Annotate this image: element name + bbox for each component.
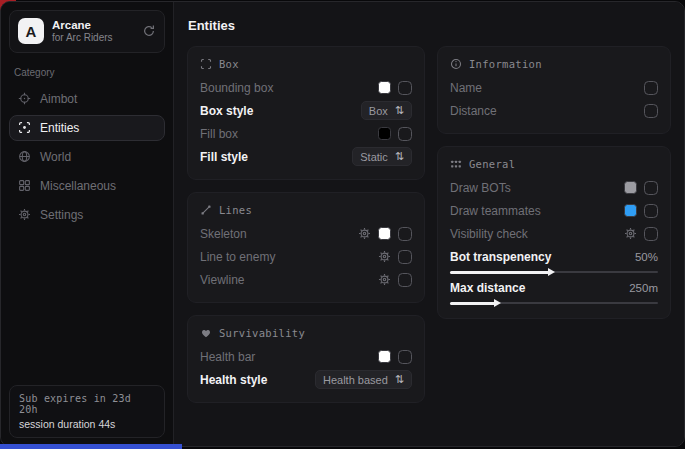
- panel-title: Box: [219, 58, 239, 70]
- skeleton-checkbox[interactable]: [398, 227, 412, 241]
- gear-icon: [18, 208, 31, 221]
- row-label: Health style: [200, 373, 267, 387]
- general-icon: [450, 158, 462, 170]
- skeleton-settings-gear-icon[interactable]: [358, 227, 371, 240]
- sidebar-item-settings[interactable]: Settings: [9, 202, 165, 228]
- line-to-enemy-settings-gear-icon[interactable]: [378, 250, 391, 263]
- box-style-select[interactable]: Box ⇅: [361, 101, 412, 120]
- bounding-box-checkbox[interactable]: [398, 81, 412, 95]
- row-label: Draw BOTs: [450, 181, 511, 195]
- draw-teammates-checkbox[interactable]: [644, 204, 658, 218]
- color-swatch[interactable]: [624, 181, 637, 194]
- main-content: Entities Box Bounding box: [174, 2, 684, 446]
- row-bounding-box: Bounding box: [200, 76, 412, 99]
- app-subtitle: for Arc Riders: [52, 32, 134, 45]
- slider-thumb[interactable]: [494, 299, 501, 307]
- entities-icon: [18, 121, 31, 134]
- sidebar-item-miscellaneous[interactable]: Miscellaneous: [9, 173, 165, 199]
- color-swatch[interactable]: [624, 204, 637, 217]
- panel-general: General Draw BOTs Draw teammates: [437, 146, 671, 319]
- fill-style-select[interactable]: Static ⇅: [352, 147, 412, 166]
- health-bar-checkbox[interactable]: [398, 350, 412, 364]
- line-to-enemy-checkbox[interactable]: [398, 250, 412, 264]
- max-distance-slider[interactable]: [450, 298, 658, 307]
- color-swatch[interactable]: [378, 127, 391, 140]
- sub-expiry-text: Sub expires in 23d 20h: [19, 393, 155, 415]
- row-skeleton: Skeleton: [200, 222, 412, 245]
- box-icon: [200, 58, 212, 70]
- color-swatch[interactable]: [378, 350, 391, 363]
- panel-survivability: Survivability Health bar Health style He…: [187, 315, 425, 403]
- row-bot-transparency: Bot transpenency 50%: [450, 247, 658, 276]
- globe-icon: [18, 150, 31, 163]
- select-arrows-icon: ⇅: [395, 374, 404, 385]
- select-arrows-icon: ⇅: [395, 105, 404, 116]
- row-label: Bot transpenency: [450, 250, 551, 264]
- row-visibility-check: Visibility check: [450, 222, 658, 245]
- select-value: Static: [360, 151, 388, 163]
- row-draw-teammates: Draw teammates: [450, 199, 658, 222]
- sidebar-item-aimbot[interactable]: Aimbot: [9, 86, 165, 112]
- row-fill-box: Fill box: [200, 122, 412, 145]
- slider-thumb[interactable]: [548, 268, 555, 276]
- page-title: Entities: [188, 18, 671, 33]
- panel-title: General: [469, 158, 515, 170]
- row-label: Skeleton: [200, 227, 247, 241]
- slider-fill: [450, 302, 496, 305]
- row-health-bar: Health bar: [200, 345, 412, 368]
- sidebar-item-label: Entities: [40, 121, 79, 135]
- select-arrows-icon: ⇅: [395, 151, 404, 162]
- row-line-to-enemy: Line to enemy: [200, 245, 412, 268]
- distance-checkbox[interactable]: [644, 104, 658, 118]
- desktop-background-blue: [0, 444, 182, 449]
- row-label: Visibility check: [450, 227, 528, 241]
- max-distance-value: 250m: [629, 282, 658, 294]
- subscription-card: Sub expires in 23d 20h session duration …: [9, 385, 165, 438]
- row-health-style: Health style Health based ⇅: [200, 368, 412, 391]
- fill-box-checkbox[interactable]: [398, 127, 412, 141]
- visibility-check-settings-gear-icon[interactable]: [624, 227, 637, 240]
- row-label: Max distance: [450, 281, 525, 295]
- select-value: Box: [369, 105, 388, 117]
- sidebar-item-world[interactable]: World: [9, 144, 165, 170]
- select-value: Health based: [323, 374, 388, 386]
- name-checkbox[interactable]: [644, 81, 658, 95]
- crosshair-icon: [18, 92, 31, 105]
- sidebar: A Arcane for Arc Riders Category Aimbot …: [1, 2, 174, 446]
- row-box-style: Box style Box ⇅: [200, 99, 412, 122]
- bot-transparency-value: 50%: [635, 251, 658, 263]
- health-style-select[interactable]: Health based ⇅: [315, 370, 412, 389]
- refresh-icon[interactable]: [142, 24, 156, 38]
- row-distance: Distance: [450, 99, 658, 122]
- bot-transparency-slider[interactable]: [450, 267, 658, 276]
- row-fill-style: Fill style Static ⇅: [200, 145, 412, 168]
- row-label: Distance: [450, 104, 497, 118]
- survivability-icon: [200, 327, 212, 339]
- panel-title: Survivability: [219, 327, 305, 339]
- panel-lines: Lines Skeleton Line to enemy: [187, 192, 425, 303]
- row-label: Line to enemy: [200, 250, 275, 264]
- row-label: Viewline: [200, 273, 244, 287]
- draw-bots-checkbox[interactable]: [644, 181, 658, 195]
- panel-information: Information Name Distance: [437, 46, 671, 134]
- slider-fill: [450, 271, 550, 274]
- app-title: Arcane: [52, 18, 134, 32]
- sidebar-item-label: World: [40, 150, 71, 164]
- viewline-checkbox[interactable]: [398, 273, 412, 287]
- row-label: Box style: [200, 104, 253, 118]
- grid-icon: [18, 179, 31, 192]
- viewline-settings-gear-icon[interactable]: [378, 273, 391, 286]
- panel-box: Box Bounding box Box style Box ⇅: [187, 46, 425, 180]
- sidebar-item-label: Miscellaneous: [40, 179, 116, 193]
- category-label: Category: [14, 67, 165, 78]
- visibility-check-checkbox[interactable]: [644, 227, 658, 241]
- panel-title: Information: [469, 58, 542, 70]
- row-label: Draw teammates: [450, 204, 541, 218]
- app-logo: A: [18, 18, 44, 44]
- color-swatch[interactable]: [378, 227, 391, 240]
- row-name: Name: [450, 76, 658, 99]
- sidebar-item-entities[interactable]: Entities: [9, 115, 165, 141]
- session-duration-text: session duration 44s: [19, 418, 155, 430]
- color-swatch[interactable]: [378, 81, 391, 94]
- info-icon: [450, 58, 462, 70]
